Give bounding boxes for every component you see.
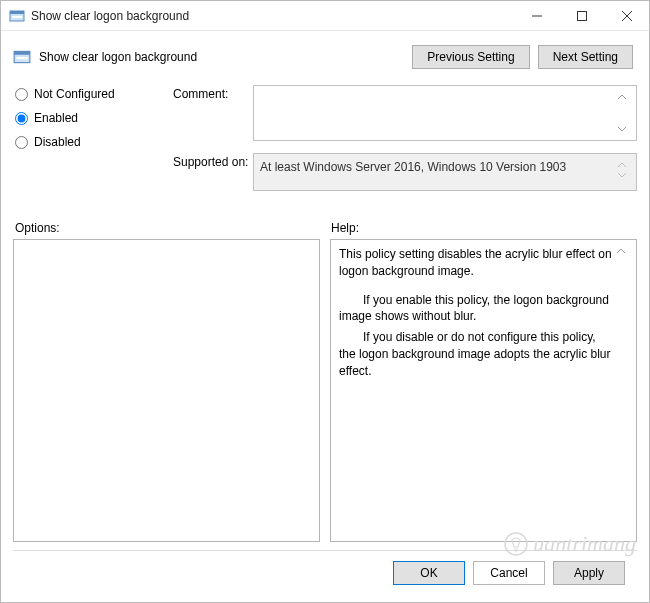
radio-enabled[interactable]: Enabled (13, 111, 173, 125)
comment-label: Comment: (173, 85, 253, 101)
close-button[interactable] (604, 1, 649, 30)
svg-rect-8 (14, 51, 30, 54)
comment-value (260, 90, 614, 136)
config-row: Not Configured Enabled Disabled Comment: (13, 85, 637, 203)
comment-textbox[interactable] (253, 85, 637, 141)
help-paragraph-3: If you disable or do not configure this … (339, 329, 614, 379)
maximize-button[interactable] (559, 1, 604, 30)
svg-rect-1 (10, 11, 24, 14)
header-row: Show clear logon background Previous Set… (13, 39, 637, 75)
help-paragraph-2: If you enable this policy, the logon bac… (339, 292, 614, 326)
setting-icon (13, 48, 31, 66)
supported-on-box: At least Windows Server 2016, Windows 10… (253, 153, 637, 191)
radio-disabled-label: Disabled (34, 135, 81, 149)
help-label: Help: (325, 221, 637, 235)
apply-button[interactable]: Apply (553, 561, 625, 585)
comment-scrollbar[interactable] (614, 90, 630, 136)
previous-setting-button[interactable]: Previous Setting (412, 45, 529, 69)
svg-rect-4 (577, 11, 586, 20)
radio-enabled-input[interactable] (15, 112, 28, 125)
options-pane (13, 239, 320, 542)
radio-disabled-input[interactable] (15, 136, 28, 149)
supported-scrollbar[interactable] (614, 158, 630, 182)
svg-rect-2 (12, 16, 22, 18)
section-labels: Options: Help: (13, 221, 637, 235)
window-controls (514, 1, 649, 30)
content-area: Show clear logon background Previous Set… (1, 31, 649, 602)
scroll-down-icon (617, 170, 627, 180)
titlebar: Show clear logon background (1, 1, 649, 31)
window-title: Show clear logon background (31, 9, 514, 23)
radio-enabled-label: Enabled (34, 111, 78, 125)
minimize-button[interactable] (514, 1, 559, 30)
dialog-footer: OK Cancel Apply (13, 550, 637, 594)
scroll-down-icon (617, 124, 627, 134)
next-setting-button[interactable]: Next Setting (538, 45, 633, 69)
supported-on-value: At least Windows Server 2016, Windows 10… (260, 158, 614, 176)
help-text: This policy setting disables the acrylic… (339, 246, 614, 535)
radio-not-configured-label: Not Configured (34, 87, 115, 101)
cancel-button[interactable]: Cancel (473, 561, 545, 585)
scroll-up-icon (617, 92, 627, 102)
ok-button[interactable]: OK (393, 561, 465, 585)
state-radio-group: Not Configured Enabled Disabled (13, 85, 173, 203)
scroll-up-icon (617, 160, 627, 170)
radio-disabled[interactable]: Disabled (13, 135, 173, 149)
scroll-up-icon (616, 246, 626, 256)
radio-not-configured[interactable]: Not Configured (13, 87, 173, 101)
setting-title: Show clear logon background (39, 50, 412, 64)
supported-on-label: Supported on: (173, 153, 253, 169)
dialog-window: Show clear logon background Show clea (0, 0, 650, 603)
help-scrollbar[interactable] (614, 246, 628, 535)
help-pane: This policy setting disables the acrylic… (330, 239, 637, 542)
policy-icon (9, 8, 25, 24)
svg-rect-9 (16, 57, 27, 59)
radio-not-configured-input[interactable] (15, 88, 28, 101)
options-label: Options: (13, 221, 325, 235)
panes-row: This policy setting disables the acrylic… (13, 239, 637, 542)
help-paragraph-1: This policy setting disables the acrylic… (339, 246, 614, 280)
right-column: Comment: Supported on: At least Windows … (173, 85, 637, 203)
